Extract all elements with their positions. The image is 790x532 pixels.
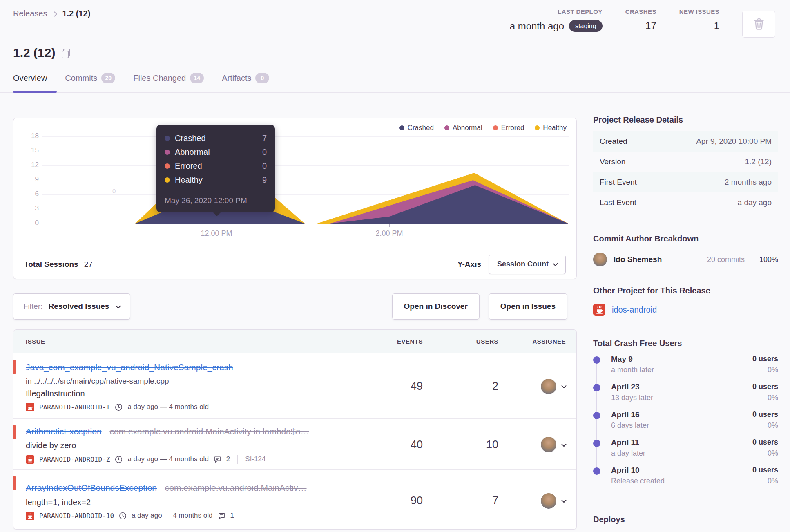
filter-label: Filter: [23,302,43,311]
x-tickmark [389,224,390,227]
deploys-heading: Deploys [593,515,778,524]
project-slug[interactable]: PARANOID-ANDROID-T [39,403,110,411]
chevron-right-icon [52,11,58,17]
y-axis-select[interactable]: Session Count [489,255,566,274]
x-tick-2pm: 2:00 PM [375,229,403,238]
tab-artifacts[interactable]: Artifacts 0 [222,73,269,88]
issue-row[interactable]: Java_com_example_vu_android_NativeSample… [13,353,576,419]
comment-icon [214,456,221,463]
detail-row-version: Version 1.2 (12) [593,152,778,172]
new-issues-stat: NEW ISSUES 1 [679,8,719,31]
col-events: EVENTS [362,338,423,345]
clock-icon [115,403,123,411]
errored-dot-icon [493,125,498,130]
issue-age: a day ago — 4 months old [132,512,212,520]
new-issues-value[interactable]: 1 [714,20,719,31]
release-detail-page: Releases 1.2 (12) LAST DEPLOY a month ag… [0,0,790,532]
issue-events-count: 49 [362,380,423,393]
release-tabs: Overview Commits 20 Files Changed 14 Art… [13,73,269,88]
issue-title-link[interactable]: ArithmeticException [26,427,102,436]
abnormal-dot-icon [444,125,449,130]
tab-overview[interactable]: Overview [13,73,47,88]
issue-row[interactable]: ArrayIndexOutOfBoundsException com.examp… [13,470,576,530]
y-axis-label: Y-Axis [457,260,481,269]
files-count-badge: 14 [190,73,204,83]
chevron-down-icon [116,303,121,308]
chart-legend: Crashed Abnormal Errored Healthy [399,124,567,132]
open-in-issues-button[interactable]: Open in Issues [489,293,567,320]
total-sessions-label: Total Sessions [24,260,78,269]
y-tick-18: 18 [21,132,39,140]
java-project-icon [593,304,605,316]
timeline-item: April 100 users Release created0% [593,466,778,494]
breadcrumb-releases-link[interactable]: Releases [13,9,47,18]
release-version-title: 1.2 (12) [13,46,55,60]
timeline-item: April 110 users a day later0% [593,438,778,466]
chart-tooltip: Crashed 7 Abnormal 0 Errored 0 Healthy 9… [156,125,275,212]
detail-row-first-event: First Event 2 months ago [593,172,778,192]
tabs-divider [0,92,790,93]
y-tick-3: 3 [21,204,39,212]
issue-row[interactable]: ArithmeticException com.example.vu.andro… [13,419,576,470]
issue-events-count: 90 [362,494,423,507]
assignee-avatar[interactable] [541,437,556,452]
other-project-link[interactable]: idos-android [612,305,657,315]
assignee-avatar[interactable] [541,379,556,394]
chevron-down-icon[interactable] [561,498,567,503]
project-slug[interactable]: PARANOID-ANDROID-10 [39,512,114,520]
y-tick-12: 12 [21,161,39,169]
issue-message: length=1; index=2 [26,498,362,507]
timeline-item: April 160 users 6 days later0% [593,410,778,438]
tooltip-caret [213,212,221,216]
issue-short-id: SI-124 [245,455,266,463]
crashed-dot-icon [165,136,170,141]
new-issues-label: NEW ISSUES [679,8,719,15]
issue-title-link[interactable]: Java_com_example_vu_android_NativeSample… [26,362,233,372]
meta-divider [237,455,238,464]
issue-title-link[interactable]: ArrayIndexOutOfBoundsException [26,483,157,492]
unhandled-marker [13,425,16,439]
issue-culprit: in ../../../../src/main/cpp/native-sampl… [26,377,362,386]
chevron-down-icon[interactable] [561,383,567,389]
unhandled-marker [13,360,16,374]
assignee-avatar[interactable] [541,493,556,509]
tooltip-divider [156,191,275,191]
project-slug[interactable]: PARANOID-ANDROID-Z [39,456,110,463]
author-percent: 100% [751,255,778,264]
issue-users-count: 10 [423,438,498,451]
detail-row-last-event: Last Event a day ago [593,192,778,213]
tab-files-changed[interactable]: Files Changed 14 [133,73,204,88]
x-tickmark [216,224,216,227]
breadcrumb-current: 1.2 (12) [62,9,90,18]
copy-icon[interactable] [62,49,69,57]
errored-dot-icon [165,163,170,169]
crashes-value: 17 [645,20,656,31]
delete-release-button[interactable] [742,11,775,38]
legend-item-healthy[interactable]: Healthy [535,124,567,132]
y-tick-15: 15 [21,146,39,154]
comment-count: 2 [226,455,230,463]
unhandled-marker [13,476,16,490]
tab-commits[interactable]: Commits 20 [65,73,115,88]
tooltip-row-healthy: Healthy 9 [165,173,267,187]
y-tick-6: 6 [21,190,39,198]
chevron-down-icon[interactable] [561,441,567,447]
sessions-area-chart[interactable] [44,136,572,224]
sessions-chart-card: Crashed Abnormal Errored Healthy 18 15 1… [13,118,577,279]
legend-item-crashed[interactable]: Crashed [399,124,434,132]
issue-users-count: 7 [423,494,498,507]
crash-free-timeline: May 90 users a month later0% April 230 u… [593,355,778,494]
issues-filter-dropdown[interactable]: Filter: Resolved Issues [13,293,130,320]
timeline-dot-icon [593,384,600,391]
java-project-icon [26,403,34,411]
legend-item-abnormal[interactable]: Abnormal [444,124,482,132]
commit-author-heading: Commit Author Breakdown [593,234,778,244]
other-project-heading: Other Project for This Release [593,286,778,295]
open-in-discover-button[interactable]: Open in Discover [392,293,480,320]
issue-message: divide by zero [26,441,362,450]
crash-free-heading: Total Crash Free Users [593,339,778,348]
clock-icon [119,512,127,520]
issue-culprit-inline: com.example.vu.android.MainActivity in l… [109,427,309,436]
author-commit-count: 20 commits [707,255,745,264]
legend-item-errored[interactable]: Errored [493,124,524,132]
